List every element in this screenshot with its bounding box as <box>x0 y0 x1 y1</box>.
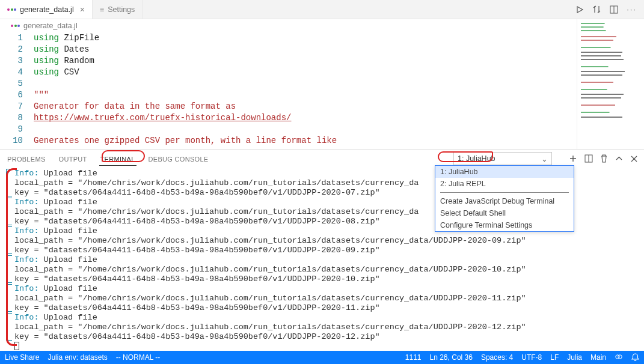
tab-generate-data[interactable]: generate_data.jl × <box>0 0 93 19</box>
dropdown-item-julia-repl[interactable]: 2: Julia REPL <box>435 178 574 190</box>
dropdown-separator <box>440 192 569 193</box>
chevron-down-icon: ⌄ <box>541 154 548 163</box>
compare-icon[interactable] <box>592 5 601 14</box>
log-bracket-icon <box>6 198 12 225</box>
terminal-select[interactable]: 1: JuliaHub ⌄ <box>453 152 552 165</box>
bottom-panel: PROBLEMS OUTPUT TERMINAL DEBUG CONSOLE 1… <box>0 149 644 351</box>
line-gutter: 12345678910 <box>0 32 34 147</box>
status-julia-env[interactable]: Julia env: datasets <box>48 353 107 362</box>
dropdown-item-juliahub[interactable]: 1: JuliaHub <box>435 166 574 178</box>
maximize-panel-icon[interactable] <box>615 155 623 163</box>
log-bracket-icon <box>6 226 12 254</box>
log-bracket-icon <box>6 313 12 341</box>
minimap-content <box>581 23 640 143</box>
editor-tabbar: generate_data.jl × ≡ Settings ··· <box>0 0 644 19</box>
minimap[interactable] <box>577 19 644 149</box>
new-terminal-icon[interactable] <box>569 154 577 163</box>
tab-terminal[interactable]: TERMINAL <box>99 152 136 166</box>
tab-settings[interactable]: ≡ Settings <box>93 0 143 19</box>
run-icon[interactable] <box>575 5 584 14</box>
editor: generate_data.jl 12345678910 using ZipFi… <box>0 19 644 149</box>
code-content: using ZipFile using Dates using Random u… <box>34 32 577 147</box>
more-icon[interactable]: ··· <box>627 5 637 14</box>
status-language[interactable]: Julia <box>567 353 582 362</box>
split-terminal-icon[interactable] <box>584 154 593 163</box>
tab-label: Settings <box>108 5 135 14</box>
log-bracket-icon <box>6 169 12 196</box>
log-bracket-icon <box>6 284 12 312</box>
tab-output[interactable]: OUTPUT <box>58 152 88 165</box>
dropdown-item-config[interactable]: Configure Terminal Settings <box>435 219 574 231</box>
terminal-select-label: 1: JuliaHub <box>458 154 495 163</box>
editor-actions: ··· <box>568 0 644 19</box>
dropdown-item-default-shell[interactable]: Select Default Shell <box>435 207 574 219</box>
feedback-icon[interactable] <box>615 353 623 362</box>
code-editor[interactable]: 12345678910 using ZipFile using Dates us… <box>0 32 577 147</box>
status-indent[interactable]: Spaces: 4 <box>481 353 513 362</box>
tab-problems[interactable]: PROBLEMS <box>6 152 47 165</box>
status-encoding[interactable]: UTF-8 <box>521 353 542 362</box>
status-vim-mode: -- NORMAL -- <box>116 353 161 362</box>
status-bar: Live Share Julia env: datasets -- NORMAL… <box>0 351 644 364</box>
log-bracket-icon <box>6 255 12 283</box>
close-icon[interactable]: × <box>80 5 85 14</box>
settings-file-icon: ≡ <box>100 5 104 14</box>
terminal-cursor <box>14 342 19 350</box>
status-cursor-pos[interactable]: Ln 26, Col 36 <box>430 353 473 362</box>
status-eol[interactable]: LF <box>550 353 559 362</box>
svg-point-5 <box>618 355 622 359</box>
julia-file-icon <box>7 8 16 11</box>
notifications-icon[interactable] <box>631 353 639 362</box>
terminal-select-dropdown: 1: JuliaHub 2: Julia REPL Create JavaScr… <box>435 165 574 232</box>
status-length[interactable]: 1111 <box>405 353 422 362</box>
dropdown-item-js-debug[interactable]: Create JavaScript Debug Terminal <box>435 195 574 207</box>
status-liveshare[interactable]: Live Share <box>5 353 39 362</box>
split-editor-icon[interactable] <box>610 5 618 14</box>
breadcrumb-label: generate_data.jl <box>23 22 78 30</box>
julia-file-icon <box>11 25 20 27</box>
tab-label: generate_data.jl <box>20 5 74 14</box>
tab-debug-console[interactable]: DEBUG CONSOLE <box>147 152 210 165</box>
close-panel-icon[interactable] <box>630 155 638 163</box>
kill-terminal-icon[interactable] <box>600 154 608 163</box>
status-julia-module[interactable]: Main <box>590 353 606 362</box>
breadcrumb[interactable]: generate_data.jl <box>0 19 577 32</box>
